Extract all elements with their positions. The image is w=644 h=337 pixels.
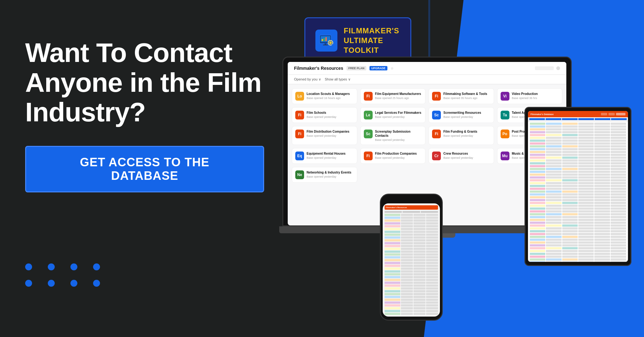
dots-container	[25, 263, 100, 296]
dot	[25, 280, 32, 287]
tablet-outer: Filmmaker's Database	[525, 107, 631, 266]
phone-screen: Filmmaker's Resources	[383, 203, 440, 317]
app-tile: Lo Location Scouts & Managers Base opene…	[292, 88, 357, 104]
app-tile: Cr Crew Resources Base opened yesterday	[429, 148, 494, 164]
filter-types: Show all types ∨	[325, 77, 351, 81]
dot	[70, 280, 77, 287]
badge-free: FREE PLAN	[347, 66, 366, 70]
app-tile: Fi Film Schools Base opened yesterday	[292, 107, 357, 123]
app-tile: Eq Equipment Rental Houses Base opened y…	[292, 148, 357, 164]
tablet-screen: Filmmaker's Database	[528, 111, 628, 262]
devices-area: Filmmaker's Resources FREE PLAN UPGRADE …	[273, 57, 635, 314]
tablet-header-text: Filmmaker's Database	[530, 113, 554, 115]
app-filter-bar: Opened by you ∨ Show all types ∨	[288, 75, 566, 84]
app-tile: Ne Networking & Industry Events Base ope…	[292, 167, 357, 183]
phone-notch	[402, 198, 421, 202]
cta-button[interactable]: GET ACCESS TO THE DATABASE	[25, 146, 264, 192]
phone-mockup: Filmmaker's Resources	[380, 194, 443, 321]
app-tile: Vi Video Production Base opened 36 hrs	[497, 88, 563, 104]
phone-content: Filmmaker's Resources	[383, 203, 440, 317]
app-tile: Sc Screenwriting Resources Base opened y…	[429, 107, 494, 123]
badge-upgrade: UPGRADE	[369, 66, 387, 70]
toolkit-icon	[315, 30, 337, 52]
app-tile: Fi Film Distribution Companies Base open…	[292, 126, 357, 145]
app-title: Filmmaker's Resources	[294, 66, 343, 71]
filter-opened: Opened by you ∨	[294, 77, 321, 81]
app-header: Filmmaker's Resources FREE PLAN UPGRADE …	[288, 62, 566, 75]
svg-rect-10	[323, 45, 328, 45]
app-tile: Le Legal Services For Filmmakers Base op…	[360, 107, 426, 123]
toolkit-title: FILMMAKER'S ULTIMATE TOOLKIT	[344, 26, 399, 55]
svg-rect-5	[325, 37, 327, 41]
app-tile: Fi Film Equipment Manufacturers Base ope…	[360, 88, 426, 104]
dot	[93, 280, 100, 287]
dots-row-2	[25, 280, 100, 287]
dot	[48, 263, 55, 270]
app-tile: Sc Screenplay Submission Contacts Base o…	[360, 126, 426, 145]
dot	[70, 263, 77, 270]
tablet-body	[528, 121, 628, 262]
dots-row-1	[25, 263, 100, 270]
phone-outer: Filmmaker's Resources	[380, 194, 443, 321]
left-content-area: Want To Contact Anyone in the Film Indus…	[25, 38, 264, 192]
app-tile: Fi Film Production Companies Base opened…	[360, 148, 426, 164]
app-tile: Fi Film Funding & Grants Base opened yes…	[429, 126, 494, 145]
svg-line-8	[332, 44, 333, 46]
svg-rect-9	[325, 43, 326, 45]
tablet-header: Filmmaker's Database	[528, 111, 628, 117]
dot	[48, 280, 55, 287]
svg-rect-4	[324, 38, 325, 41]
dot	[25, 263, 32, 270]
svg-rect-3	[322, 39, 323, 41]
tablet-mockup: Filmmaker's Database	[525, 107, 631, 266]
dot	[93, 263, 100, 270]
main-headline: Want To Contact Anyone in the Film Indus…	[25, 38, 264, 127]
app-tile: Fi Filmmaking Software & Tools Base open…	[429, 88, 494, 104]
